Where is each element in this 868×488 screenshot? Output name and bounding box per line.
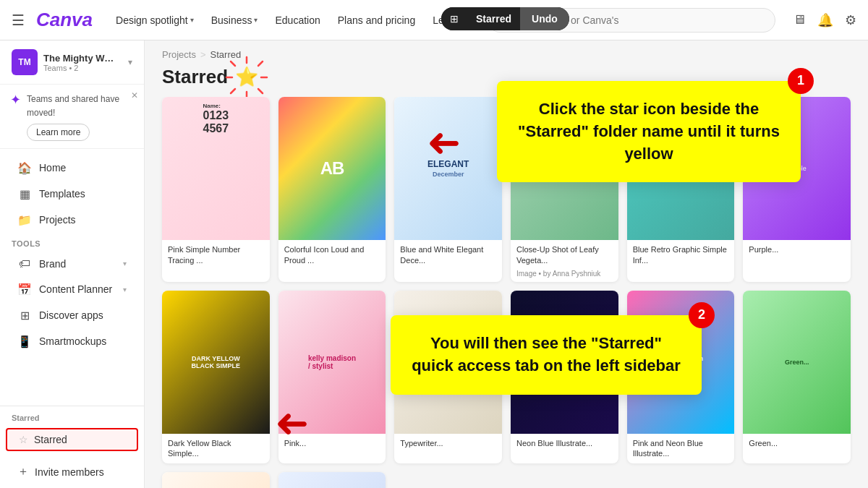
sidebar-item-smartmockups[interactable]: 📱 Smartmockups — [6, 329, 138, 354]
bell-icon[interactable]: 🔔 — [817, 12, 833, 28]
sidebar-item-starred[interactable]: ☆ Starred — [6, 428, 138, 451]
callout-1-text: Click the star icon beside the "Starred"… — [518, 100, 780, 163]
content-planner-icon: 📅 — [17, 283, 32, 296]
nav-icon-group: 🖥 🔔 ⚙ — [793, 12, 856, 28]
invite-members-button[interactable]: ＋ Invite members — [6, 458, 138, 485]
card-label-3: Close-Up Shot of Leafy Vegeta... — [511, 240, 618, 270]
banner-text: Teams and shared have moved! — [27, 94, 119, 118]
sidebar-item-starred-label: Starred — [34, 434, 67, 445]
card-thumb-12: ANNA LEWISS 📋 — [162, 472, 270, 488]
card-thumb-6: DARK YELLOWBLACK SIMPLE — [162, 291, 270, 434]
home-icon: 🏠 — [17, 161, 32, 175]
card-thumb-13: 📊 — [278, 472, 386, 488]
sidebar-item-home-label: Home — [39, 162, 66, 174]
card-label-10: Pink and Neon Blue Illustrate... — [627, 434, 735, 463]
smartmockups-icon: 📱 — [17, 335, 32, 348]
page-title: Starred — [162, 66, 228, 88]
monitor-icon[interactable]: 🖥 — [793, 12, 806, 27]
callout-1: 1 Click the star icon beside the "Starre… — [497, 81, 801, 182]
sidebar-item-projects-label: Projects — [39, 214, 76, 226]
callout-1-number: 1 — [788, 68, 814, 94]
callout-2: 2 You will then see the "Starred" quick … — [391, 315, 702, 395]
templates-icon: ▦ — [17, 187, 32, 201]
team-name: The Mighty Word... — [43, 53, 116, 64]
team-sub: Teams • 2 — [43, 64, 122, 72]
callout-2-text: You will then see the "Starred" quick ac… — [412, 334, 681, 374]
content-planner-chevron-icon: ▾ — [123, 286, 127, 294]
invite-plus-icon: ＋ — [17, 464, 29, 479]
card-label-9: Neon Blue Illustrate... — [511, 434, 618, 453]
sidebar-item-brand-label: Brand — [39, 258, 66, 270]
sidebar-item-projects[interactable]: 📁 Projects — [6, 207, 138, 233]
card-label-1: Colorful Icon Loud and Proud ... — [278, 240, 386, 270]
hamburger-icon[interactable]: ☰ — [12, 12, 25, 29]
projects-icon: 📁 — [17, 213, 32, 227]
sidebar-item-templates[interactable]: ▦ Templates — [6, 181, 138, 207]
card-label-4: Blue Retro Graphic Simple Inf... — [627, 240, 735, 270]
card-0[interactable]: Name:01234567 Pink Simple Number Tracing… — [162, 97, 270, 282]
arrow-2-icon: ➜ — [275, 402, 309, 449]
arrow-1-icon: ➜ — [427, 119, 461, 166]
card-11[interactable]: Green... Green... — [743, 291, 851, 463]
starred-undo-pill: ⊞ Starred Undo — [441, 7, 569, 30]
sidebar-item-content-planner[interactable]: 📅 Content Planner ▾ — [6, 277, 138, 302]
sidebar-item-brand[interactable]: 🏷 Brand ▾ — [6, 252, 138, 276]
banner-close-button[interactable]: ✕ — [131, 90, 138, 100]
svg-line-5 — [258, 89, 263, 93]
learn-more-button[interactable]: Learn more — [27, 124, 90, 141]
team-selector[interactable]: TM The Mighty Word... Teams • 2 ▾ — [0, 40, 144, 85]
sidebar-item-templates-label: Templates — [39, 188, 85, 200]
starred-section-label: Starred — [0, 409, 144, 427]
starred-pill-folder-icon: ⊞ — [441, 7, 467, 30]
main-content: Projects > Starred Starred ⭐ — [145, 40, 868, 488]
card-label-2: Blue and White Elegant Dece... — [394, 240, 502, 270]
sidebar-item-discover-apps[interactable]: ⊞ Discover apps — [6, 303, 138, 328]
breadcrumb-separator: > — [200, 49, 206, 60]
invite-label: Invite members — [35, 466, 104, 478]
card-13[interactable]: 📊 Resume 2... — [278, 472, 386, 488]
sidebar-item-home[interactable]: 🏠 Home — [6, 155, 138, 181]
callout-2-number: 2 — [689, 302, 715, 328]
tools-section-label: Tools — [0, 234, 144, 251]
star-burst-container: ⭐ — [235, 66, 258, 88]
undo-button[interactable]: Undo — [520, 7, 569, 30]
card-6[interactable]: DARK YELLOWBLACK SIMPLE Dark Yellow Blac… — [162, 291, 270, 463]
card-sub-3: Image • by Anna Pyshniuk — [511, 270, 618, 282]
card-1[interactable]: AB Colorful Icon Loud and Proud ... — [278, 97, 386, 282]
discover-apps-icon: ⊞ — [17, 309, 32, 322]
card-label-11: Green... — [743, 434, 851, 453]
breadcrumb: Projects > Starred — [145, 40, 868, 63]
brand-icon: 🏷 — [17, 257, 32, 270]
team-chevron-icon: ▾ — [128, 57, 132, 67]
top-nav: ☰ Canva Design spotlight ▾ Business ▾ Ed… — [0, 0, 868, 40]
sidebar-item-content-planner-label: Content Planner — [39, 283, 112, 295]
card-thumb-11: Green... — [743, 291, 851, 434]
star-toggle-icon[interactable]: ⭐ — [235, 66, 258, 87]
card-label-8: Typewriter... — [394, 434, 502, 453]
starred-section: Starred ☆ Starred — [0, 406, 144, 455]
sidebar-navigation: 🏠 Home ▦ Templates 📁 Projects Tools 🏷 Br… — [0, 149, 144, 406]
starred-pill-label: Starred — [467, 7, 520, 30]
breadcrumb-current: Starred — [210, 49, 242, 60]
sidebar-item-discover-apps-label: Discover apps — [39, 309, 103, 321]
teams-moved-banner: ✕ ✦ Teams and shared have moved! Learn m… — [0, 85, 144, 149]
svg-line-7 — [231, 89, 235, 93]
card-thumb-0: Name:01234567 — [162, 97, 270, 240]
card-label-0: Pink Simple Number Tracing ... — [162, 240, 270, 270]
gear-icon[interactable]: ⚙ — [845, 12, 856, 28]
sidebar-item-smartmockups-label: Smartmockups — [39, 335, 106, 347]
canva-logo[interactable]: Canva — [36, 9, 93, 31]
breadcrumb-parent[interactable]: Projects — [162, 49, 196, 60]
star-icon: ☆ — [19, 434, 28, 445]
nav-business[interactable]: Business ▾ — [205, 12, 264, 29]
nav-plans[interactable]: Plans and pricing — [332, 12, 421, 29]
card-thumb-1: AB — [278, 97, 386, 240]
nav-design-spotlight[interactable]: Design spotlight ▾ — [110, 12, 200, 29]
banner-sparkle-icon: ✦ — [10, 92, 21, 108]
team-info: The Mighty Word... Teams • 2 — [43, 53, 122, 72]
card-label-6: Dark Yellow Black Simple... — [162, 434, 270, 463]
card-12[interactable]: ANNA LEWISS 📋 Resume 1... — [162, 472, 270, 488]
sidebar: TM The Mighty Word... Teams • 2 ▾ ✕ ✦ Te… — [0, 40, 145, 488]
main-layout: TM The Mighty Word... Teams • 2 ▾ ✕ ✦ Te… — [0, 40, 868, 488]
nav-education[interactable]: Education — [269, 12, 326, 29]
